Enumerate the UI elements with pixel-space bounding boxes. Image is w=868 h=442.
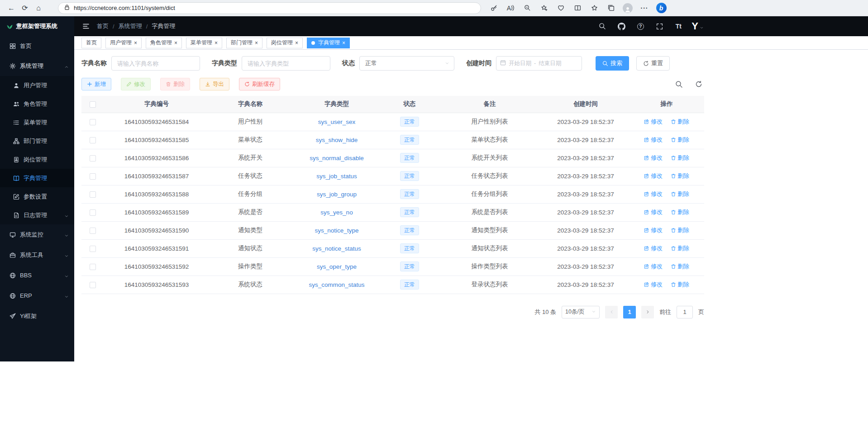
export-button[interactable]: 导出 <box>200 78 229 90</box>
refresh-cache-button[interactable]: 刷新缓存 <box>239 78 280 90</box>
github-icon[interactable] <box>615 20 627 32</box>
row-checkbox[interactable] <box>90 264 96 270</box>
row-delete-button[interactable]: 删除 <box>671 280 689 289</box>
dict-type-link[interactable]: sys_notice_type <box>315 227 359 234</box>
dict-type-link[interactable]: sys_job_status <box>316 173 357 180</box>
key-icon[interactable] <box>487 2 500 14</box>
row-checkbox[interactable] <box>90 191 96 198</box>
row-edit-button[interactable]: 修改 <box>644 244 663 252</box>
tab-close-icon[interactable]: × <box>295 40 298 46</box>
row-checkbox[interactable] <box>90 119 96 125</box>
dict-type-link[interactable]: sys_normal_disable <box>310 155 363 162</box>
row-edit-button[interactable]: 修改 <box>644 262 663 271</box>
select-all-checkbox[interactable] <box>90 101 96 108</box>
edit-button[interactable]: 修改 <box>121 78 151 90</box>
row-delete-button[interactable]: 删除 <box>671 226 689 234</box>
profile-avatar[interactable] <box>621 2 634 14</box>
app-logo[interactable]: 意框架管理系统 <box>0 16 74 36</box>
search-button[interactable]: 搜索 <box>596 56 629 71</box>
next-page-button[interactable] <box>641 306 654 318</box>
copilot-bing-icon[interactable]: b <box>655 2 668 14</box>
dict-name-input[interactable] <box>111 56 200 71</box>
sidebar-item-tools[interactable]: 系统工具 <box>0 245 74 265</box>
page-size-select[interactable]: 10条/页 <box>562 306 600 318</box>
browser-refresh-button[interactable]: ⟳ <box>18 2 32 14</box>
tab-close-icon[interactable]: × <box>174 40 177 46</box>
row-delete-button[interactable]: 删除 <box>671 118 689 126</box>
header-search-icon[interactable] <box>596 20 608 32</box>
tab-close-icon[interactable]: × <box>255 40 258 46</box>
tab-dept-mgmt[interactable]: 部门管理 × <box>226 38 262 48</box>
row-edit-button[interactable]: 修改 <box>644 136 663 144</box>
dict-type-link[interactable]: sys_user_sex <box>318 119 356 125</box>
row-delete-button[interactable]: 删除 <box>671 244 689 252</box>
sidebar-item-monitor[interactable]: 系统监控 <box>0 224 74 245</box>
row-delete-button[interactable]: 删除 <box>671 262 689 271</box>
tab-role-mgmt[interactable]: 角色管理 × <box>146 38 182 48</box>
sidebar-item-log-mgmt[interactable]: 日志管理 <box>0 206 74 224</box>
reset-button[interactable]: 重置 <box>636 56 670 71</box>
row-delete-button[interactable]: 删除 <box>671 172 689 180</box>
site-lock-icon[interactable] <box>64 4 70 12</box>
row-edit-button[interactable]: 修改 <box>644 118 663 126</box>
font-size-icon[interactable]: Tt <box>672 20 684 32</box>
read-aloud-icon[interactable]: A <box>504 2 517 14</box>
tab-post-mgmt[interactable]: 岗位管理 × <box>267 38 303 48</box>
row-checkbox[interactable] <box>90 155 96 162</box>
browser-essentials-icon[interactable] <box>554 2 567 14</box>
sidebar-toggle-icon[interactable] <box>80 20 92 33</box>
browser-more-menu[interactable]: ··· <box>638 2 651 14</box>
sidebar-item-home[interactable]: 首页 <box>0 36 74 56</box>
browser-back-button[interactable]: ← <box>5 2 18 14</box>
refresh-table-icon[interactable] <box>693 79 704 90</box>
dict-type-link[interactable]: sys_common_status <box>309 281 364 288</box>
help-icon[interactable]: ? <box>634 20 646 32</box>
browser-home-button[interactable]: ⌂ <box>32 2 45 14</box>
zoom-out-icon[interactable] <box>521 2 534 14</box>
row-checkbox[interactable] <box>90 173 96 180</box>
tab-home[interactable]: 首页 <box>81 38 101 48</box>
favorites-icon[interactable] <box>588 2 601 14</box>
dict-type-link[interactable]: sys_yes_no <box>320 209 353 216</box>
dict-type-link[interactable]: sys_oper_type <box>317 263 357 270</box>
status-select[interactable]: 正常 <box>359 56 454 71</box>
row-checkbox[interactable] <box>90 209 96 216</box>
favorite-star-add-icon[interactable] <box>538 2 550 14</box>
row-edit-button[interactable]: 修改 <box>644 226 663 234</box>
tab-close-icon[interactable]: × <box>215 40 218 46</box>
prev-page-button[interactable] <box>605 306 618 318</box>
date-range-picker[interactable]: 开始日期 - 结束日期 <box>496 56 582 71</box>
sidebar-item-system[interactable]: 系统管理 <box>0 56 74 76</box>
tab-close-icon[interactable]: × <box>342 40 345 46</box>
row-delete-button[interactable]: 删除 <box>671 190 689 198</box>
row-checkbox[interactable] <box>90 246 96 252</box>
tab-menu-mgmt[interactable]: 菜单管理 × <box>186 38 222 48</box>
sidebar-item-yi-framework[interactable]: Yi框架 <box>0 306 74 326</box>
sidebar-item-menu-mgmt[interactable]: 菜单管理 <box>0 113 74 132</box>
collections-icon[interactable] <box>605 2 617 14</box>
row-checkbox[interactable] <box>90 137 96 143</box>
sidebar-item-post-mgmt[interactable]: 岗位管理 <box>0 150 74 169</box>
breadcrumb-item-home[interactable]: 首页 <box>97 22 109 30</box>
dict-type-input[interactable] <box>242 56 330 71</box>
row-checkbox[interactable] <box>90 282 96 288</box>
split-screen-icon[interactable] <box>571 2 584 14</box>
tab-close-icon[interactable]: × <box>134 40 137 46</box>
fullscreen-icon[interactable] <box>653 20 665 32</box>
sidebar-item-erp[interactable]: ERP <box>0 285 74 306</box>
row-edit-button[interactable]: 修改 <box>644 190 663 198</box>
tab-user-mgmt[interactable]: 用户管理 × <box>105 38 142 48</box>
toggle-search-icon[interactable] <box>673 79 684 90</box>
row-edit-button[interactable]: 修改 <box>644 280 663 289</box>
browser-url-bar[interactable]: https://ccnetcore.com:1101/system/dict <box>58 2 481 14</box>
delete-button[interactable]: 删除 <box>160 78 190 90</box>
breadcrumb-item-system[interactable]: 系统管理 <box>119 22 142 30</box>
goto-page-input[interactable] <box>677 306 693 318</box>
page-number-1[interactable]: 1 <box>623 306 636 318</box>
add-button[interactable]: 新增 <box>81 78 111 90</box>
sidebar-item-dict-mgmt[interactable]: 字典管理 <box>0 169 74 187</box>
dict-type-link[interactable]: sys_show_hide <box>316 137 358 143</box>
sidebar-item-bbs[interactable]: BBS <box>0 265 74 285</box>
dict-type-link[interactable]: sys_job_group <box>317 191 357 198</box>
dict-type-link[interactable]: sys_notice_status <box>312 245 361 252</box>
